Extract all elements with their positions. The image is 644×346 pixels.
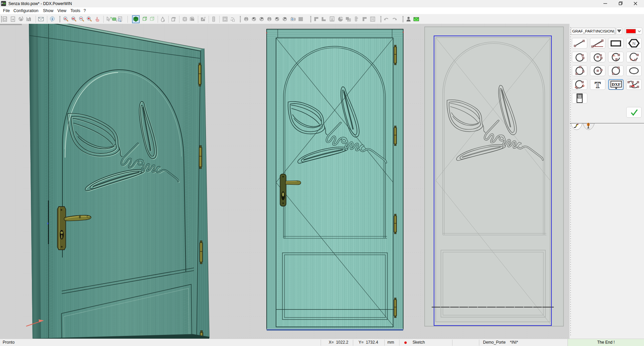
svg-text:DXF: DXF <box>612 82 621 87</box>
svg-text:T: T <box>595 80 600 90</box>
svg-text:A: A <box>64 17 66 20</box>
svg-text:i: i <box>52 17 53 21</box>
svg-text:?: ? <box>110 16 112 20</box>
svg-text:N: N <box>632 41 635 46</box>
svg-text:W: W <box>72 17 75 20</box>
